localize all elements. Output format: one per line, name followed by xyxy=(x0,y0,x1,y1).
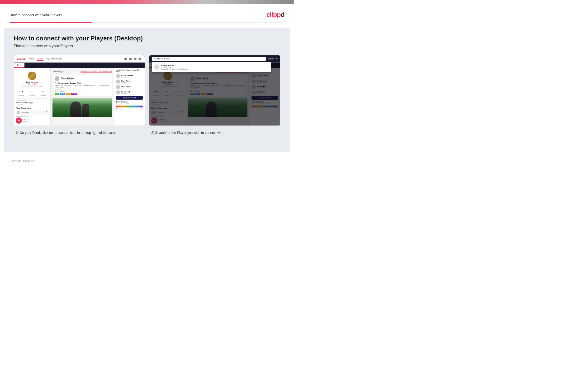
rp-avatar-eli xyxy=(116,90,120,95)
feed-tab[interactable]: Feed xyxy=(14,63,25,68)
player-piers: Piers Parnell Activities: 4 xyxy=(116,79,143,84)
app-mockup-1: clippd Home Teams My Performance Feed xyxy=(14,55,145,126)
player-richard: Richard Butler Activities: 7 xyxy=(116,74,143,78)
main-subheading: Find and connect with your Players xyxy=(14,44,280,48)
dropdown-arrow xyxy=(46,111,47,113)
header-divider xyxy=(9,22,284,23)
main-heading: How to connect with your Players (Deskto… xyxy=(14,35,280,42)
stat-following: 4 Following xyxy=(40,90,46,97)
person-info: Richard Butler Yesterday · The Grove xyxy=(61,77,75,81)
tag-ott: OTT xyxy=(55,93,59,95)
search-result-avatar xyxy=(154,64,159,70)
main-content: How to connect with your Players (Deskto… xyxy=(4,28,290,152)
heatmap-bar xyxy=(116,106,143,107)
team-dashboard-btn-1[interactable]: Team Dashboard xyxy=(116,96,143,100)
player-performance-section-1: Player Performance Eli Vincent Total Pla… xyxy=(16,106,48,124)
screenshots-row: clippd Home Teams My Performance Feed xyxy=(14,55,280,135)
app-body-1: Blair McHarg Golf Coach Mill Ride Golf C… xyxy=(14,68,145,126)
stat-activities: 129 Activities xyxy=(18,90,24,97)
stat-followers: 3 Followers xyxy=(29,90,35,97)
heatmap-labels: -5 +5 xyxy=(116,108,143,109)
search-icon[interactable] xyxy=(124,57,127,60)
shot-tags: OTT APP ARG PUTT xyxy=(55,93,110,95)
tag-putt: PUTT xyxy=(71,93,77,95)
nav-my-performance[interactable]: My Performance xyxy=(46,57,62,61)
stats-row: 129 Activities 3 Followers 4 Following xyxy=(16,89,48,99)
close-button[interactable]: ✕ xyxy=(275,57,278,60)
tag-app: APP xyxy=(60,93,65,95)
clear-button[interactable]: CLEAR xyxy=(268,58,273,60)
nav-teams[interactable]: Teams xyxy=(37,57,44,61)
score-circle: 84 xyxy=(16,118,22,124)
rp-avatar-hiral xyxy=(116,85,120,89)
copyright-text: Copyright Clippd 2022 xyxy=(9,159,35,162)
header: How to connect with your Players clippd xyxy=(0,4,294,22)
settings-icon[interactable] xyxy=(134,57,137,60)
latest-activity: Latest Activity Afternoon round of golf … xyxy=(16,99,48,106)
app-logo: clippd xyxy=(17,57,25,60)
screenshot-1: clippd Home Teams My Performance Feed xyxy=(14,55,145,135)
avatar-icon[interactable] xyxy=(139,57,141,60)
control-link[interactable]: Control who can see your activity and da… xyxy=(80,71,112,72)
tag-arg: ARG xyxy=(66,93,70,95)
player-selector[interactable]: Eli Vincent xyxy=(16,110,48,115)
caption-2: 2) Search for the Player you wish to con… xyxy=(149,126,280,135)
search-icon-overlay: 🔍 xyxy=(154,57,156,60)
activity-card: Richard Butler Yesterday · The Grove Pre… xyxy=(53,75,112,97)
app-nav-right xyxy=(124,57,141,60)
rp-avatar-richard xyxy=(116,74,120,78)
nav-home[interactable]: Home xyxy=(28,57,34,61)
golfer-image xyxy=(53,98,112,117)
search-result-info: Marcus Turner 1.5 Handicap Cypress Point… xyxy=(161,64,188,70)
player-eli: Eli Vincent Activities: 1 xyxy=(116,90,143,95)
search-input-display[interactable]: 🔍 Marcus Turner xyxy=(152,57,266,61)
pp-avatar xyxy=(17,110,20,114)
right-panel-1: Most Active Players - Last 30 days Richa… xyxy=(114,68,145,126)
page-title: How to connect with your Players xyxy=(9,13,62,17)
app-nav-links: Home Teams My Performance xyxy=(28,57,62,61)
user-icon[interactable] xyxy=(129,57,132,60)
left-panel-1: Blair McHarg Golf Coach Mill Ride Golf C… xyxy=(14,68,51,126)
middle-panel-1: Following ▾ Control who can see your act… xyxy=(51,68,114,126)
profile-name: Blair McHarg xyxy=(17,81,47,83)
rp-avatar-piers xyxy=(116,79,120,84)
search-bar-overlay: 🔍 Marcus Turner CLEAR ✕ xyxy=(149,55,280,62)
logo: clippd xyxy=(266,11,284,18)
player-hiral: Hiral Pujara Activities: 3 xyxy=(116,85,143,89)
activity-person: Richard Butler Yesterday · The Grove xyxy=(55,76,110,81)
search-results-dropdown: Marcus Turner 1.5 Handicap Cypress Point… xyxy=(152,62,271,72)
profile-avatar xyxy=(28,72,36,80)
footer: Copyright Clippd 2022 xyxy=(0,157,294,165)
search-value: Marcus Turner xyxy=(157,58,170,60)
following-row: Following ▾ Control who can see your act… xyxy=(53,70,112,73)
following-button[interactable]: Following ▾ xyxy=(53,70,65,73)
person-avatar xyxy=(55,76,59,81)
profile-section: Blair McHarg Golf Coach Mill Ride Golf C… xyxy=(16,70,48,89)
app-nav-1: clippd Home Teams My Performance xyxy=(14,55,145,63)
profile-role: Golf Coach xyxy=(17,83,47,85)
app-mockup-2: clippd Home Teams My Performance Feed xyxy=(149,55,280,126)
screenshot-2: clippd Home Teams My Performance Feed xyxy=(149,55,280,135)
search-result-item[interactable]: Marcus Turner 1.5 Handicap Cypress Point… xyxy=(153,64,269,71)
profile-club: Mill Ride Golf Club, United Kingdom xyxy=(17,85,47,87)
top-gradient-bar xyxy=(0,0,294,4)
caption-1: 1) On your Feed, click on the search ico… xyxy=(14,126,145,135)
